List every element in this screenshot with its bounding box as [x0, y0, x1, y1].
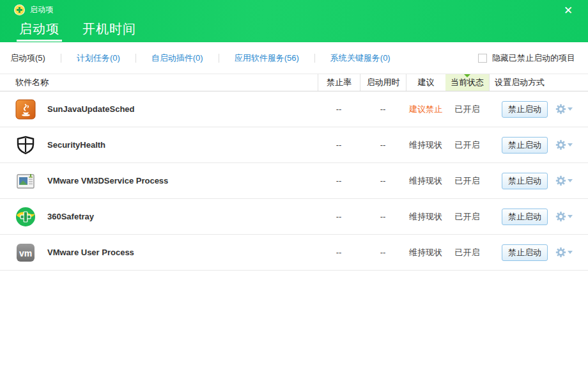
tab-boot-time[interactable]: 开机时间 [82, 20, 136, 42]
chevron-down-icon [568, 215, 573, 218]
header-current-status[interactable]: 当前状态 [445, 74, 489, 91]
gear-icon [555, 247, 566, 258]
gear-icon [555, 104, 566, 114]
disable-startup-button[interactable]: 禁止启动 [502, 137, 548, 154]
boot-time-value: -- [360, 248, 406, 257]
app-logo-icon [14, 4, 25, 15]
settings-dropdown[interactable] [555, 211, 573, 222]
disable-startup-button[interactable]: 禁止启动 [502, 209, 548, 225]
divider [219, 54, 219, 63]
ban-rate-value: -- [318, 176, 360, 186]
status-value: 已开启 [445, 211, 489, 223]
filter-system-services[interactable]: 系统关键服务(0) [329, 52, 392, 64]
settings-dropdown[interactable] [555, 104, 573, 114]
java-icon [15, 99, 36, 120]
shield-icon [15, 135, 36, 155]
gear-icon [555, 211, 566, 222]
chevron-down-icon [568, 179, 573, 182]
header-boot-time[interactable]: 启动用时 [360, 74, 406, 91]
divider [314, 54, 315, 63]
status-value: 已开启 [445, 139, 489, 151]
nav-tabs: 启动项 开机时间 [0, 20, 588, 42]
table-row: SecurityHealth -- -- 维持现状 已开启 禁止启动 [0, 127, 588, 163]
settings-dropdown[interactable] [555, 139, 573, 150]
table-row: 360Safetray -- -- 维持现状 已开启 禁止启动 [0, 199, 588, 235]
header-ban-rate[interactable]: 禁止率 [318, 74, 360, 91]
filter-autostart-plugins[interactable]: 自启动插件(0) [150, 52, 205, 64]
table-row: SunJavaUpdateSched -- -- 建议禁止 已开启 禁止启动 [0, 91, 588, 127]
chevron-down-icon [568, 143, 573, 146]
360-icon [15, 207, 36, 227]
disable-startup-button[interactable]: 禁止启动 [502, 173, 548, 189]
boot-time-value: -- [360, 176, 406, 186]
suggestion-value: 维持现状 [406, 247, 445, 258]
app-title: 启动项 [30, 4, 53, 15]
hide-disabled-toggle[interactable]: 隐藏已禁止启动的项目 [478, 52, 575, 64]
divider [135, 54, 136, 63]
sort-triangle-icon [464, 74, 470, 77]
disable-startup-button[interactable]: 禁止启动 [502, 244, 548, 261]
ban-rate-value: -- [318, 104, 360, 114]
filter-app-services[interactable]: 应用软件服务(56) [233, 52, 300, 64]
filter-scheduled-tasks[interactable]: 计划任务(0) [75, 52, 121, 64]
close-icon[interactable]: ✕ [560, 4, 576, 18]
startup-manager-window: 启动项 ✕ 启动项 开机时间 启动项(5) 计划任务(0) 自启动插件(0) 应… [0, 0, 588, 371]
software-name: VMware User Process [47, 248, 134, 257]
filter-startup-items[interactable]: 启动项(5) [9, 52, 47, 64]
hide-disabled-label: 隐藏已禁止启动的项目 [492, 52, 575, 64]
ban-rate-value: -- [318, 212, 360, 221]
settings-dropdown[interactable] [555, 247, 573, 258]
hide-disabled-checkbox[interactable] [478, 54, 487, 63]
status-value: 已开启 [445, 247, 489, 258]
boot-time-value: -- [360, 212, 406, 221]
suggestion-value: 建议禁止 [406, 104, 445, 115]
software-name: SunJavaUpdateSched [47, 104, 135, 114]
table-row: vm VMware User Process -- -- 维持现状 已开启 禁止… [0, 235, 588, 271]
titlebar: 启动项 ✕ 启动项 开机时间 [0, 0, 588, 42]
disable-startup-button[interactable]: 禁止启动 [502, 101, 548, 118]
header-software-name: 软件名称 [0, 74, 318, 91]
table-header: 软件名称 禁止率 启动用时 建议 当前状态 设置启动方式 [0, 74, 588, 91]
boot-time-value: -- [360, 140, 406, 150]
chevron-down-icon [568, 251, 573, 254]
table-row: VMware VM3DService Process -- -- 维持现状 已开… [0, 163, 588, 199]
chevron-down-icon [568, 107, 573, 111]
svg-text:vm: vm [19, 248, 32, 258]
settings-dropdown[interactable] [555, 175, 573, 186]
header-set-startup-mode: 设置启动方式 [489, 74, 588, 91]
suggestion-value: 维持现状 [406, 175, 445, 187]
software-name: VMware VM3DService Process [47, 176, 168, 186]
divider [61, 54, 61, 63]
filter-bar: 启动项(5) 计划任务(0) 自启动插件(0) 应用软件服务(56) 系统关键服… [0, 42, 588, 74]
display-window-icon [15, 171, 36, 191]
tab-startup-items[interactable]: 启动项 [19, 20, 59, 42]
header-suggestion[interactable]: 建议 [406, 74, 445, 91]
status-value: 已开启 [445, 104, 489, 115]
ban-rate-value: -- [318, 248, 360, 257]
status-value: 已开启 [445, 175, 489, 187]
software-name: SecurityHealth [47, 140, 105, 150]
boot-time-value: -- [360, 104, 406, 114]
suggestion-value: 维持现状 [406, 211, 445, 223]
ban-rate-value: -- [318, 140, 360, 150]
vm-icon: vm [15, 242, 36, 263]
suggestion-value: 维持现状 [406, 139, 445, 151]
gear-icon [555, 175, 566, 186]
gear-icon [555, 139, 566, 150]
software-name: 360Safetray [47, 212, 94, 221]
